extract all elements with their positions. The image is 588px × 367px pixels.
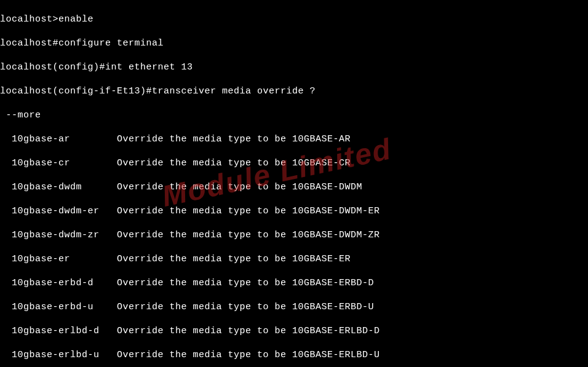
- more-marker: --more: [0, 109, 588, 122]
- help-option: 10gbase-erlbd-u Override the media type …: [0, 349, 588, 361]
- help-option: 10gbase-dwdm-er Override the media type …: [0, 205, 588, 218]
- help-option: 10gbase-erbd-d Override the media type t…: [0, 277, 588, 290]
- cmd-line: localhost>enable: [0, 14, 588, 26]
- help-option: 10gbase-dwdm-zr Override the media type …: [0, 229, 588, 242]
- help-option: 10gbase-ar Override the media type to be…: [0, 133, 588, 146]
- cmd-line: localhost#configure terminal: [0, 37, 588, 50]
- cmd-line: localhost(config-if-Et13)#transceiver me…: [0, 85, 588, 98]
- help-option: 10gbase-erbd-u Override the media type t…: [0, 301, 588, 314]
- help-option: 10gbase-dwdm Override the media type to …: [0, 181, 588, 194]
- terminal-output[interactable]: localhost>enable localhost#configure ter…: [0, 0, 588, 367]
- help-option: 10gbase-cr Override the media type to be…: [0, 157, 588, 170]
- cmd-line: localhost(config)#int ethernet 13: [0, 61, 588, 74]
- help-option: 10gbase-erlbd-d Override the media type …: [0, 325, 588, 337]
- help-option: 10gbase-er Override the media type to be…: [0, 253, 588, 266]
